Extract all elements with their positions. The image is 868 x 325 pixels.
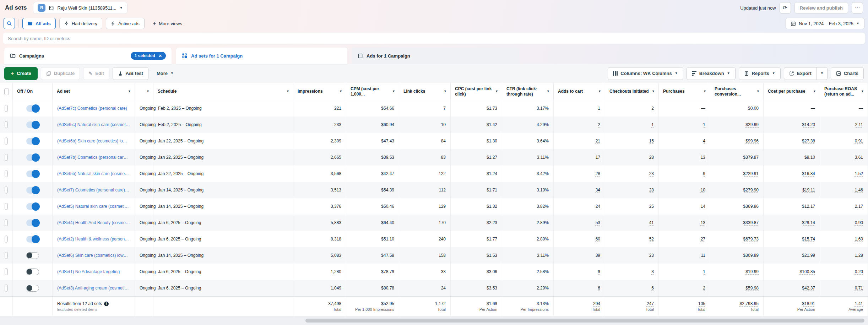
adds-to-cart-cell[interactable]: 24 xyxy=(554,198,605,215)
purchase-roas-cell[interactable]: 1.28 xyxy=(820,247,868,264)
column-menu-caret[interactable]: ▼ xyxy=(598,90,601,93)
create-button[interactable]: + Create xyxy=(4,67,38,80)
conversion-value-cell[interactable]: $29.99 xyxy=(710,117,764,133)
off-on-toggle[interactable] xyxy=(26,236,39,243)
select-all-checkbox[interactable] xyxy=(4,88,9,95)
purchase-roas-cell[interactable]: 3.61 xyxy=(820,149,868,166)
purchases-cell[interactable]: 1 xyxy=(659,264,710,280)
total-checkouts[interactable]: 247Total xyxy=(605,297,659,316)
adds-to-cart-cell[interactable]: 28 xyxy=(554,166,605,182)
ad-set-name-link[interactable]: (AdSet3) Anti-aging cream (cosmetics) xyxy=(57,286,130,291)
row-checkbox[interactable] xyxy=(5,252,8,259)
purchase-roas-cell[interactable]: 1.60 xyxy=(820,231,868,247)
purchase-roas-cell[interactable]: 1.46 xyxy=(820,182,868,198)
duplicate-button[interactable]: Duplicate xyxy=(41,67,80,80)
purchase-roas-cell[interactable]: — xyxy=(820,100,868,117)
ad-set-name-link[interactable]: (AdSet7) Cosmetics (personal care) lower… xyxy=(57,188,130,193)
adds-to-cart-cell[interactable]: 39 xyxy=(554,247,605,264)
tab-ad-sets[interactable]: Ad sets for 1 Campaign xyxy=(176,48,347,64)
column-menu-caret[interactable]: ▼ xyxy=(286,90,289,93)
cost-per-purchase-cell[interactable]: $42.37 xyxy=(764,280,820,296)
ad-set-name-link[interactable]: (AdSet7b) Cosmetics (personal care) lowe… xyxy=(57,155,130,160)
row-checkbox[interactable] xyxy=(5,235,8,243)
adds-to-cart-cell[interactable]: 9 xyxy=(554,264,605,280)
column-menu-caret[interactable]: ▼ xyxy=(861,90,864,93)
purchases-cell[interactable]: 11 xyxy=(659,247,710,264)
conversion-value-cell[interactable]: $229.91 xyxy=(710,166,764,182)
cost-per-purchase-cell[interactable]: $100.85 xyxy=(764,264,820,280)
purchases-cell[interactable]: 27 xyxy=(659,231,710,247)
ad-set-name-link[interactable]: (AdSet1) No Advantage targeting xyxy=(57,269,120,274)
tab-campaigns[interactable]: Campaigns 1 selected ✕ xyxy=(4,48,172,64)
purchases-cell[interactable]: 1 xyxy=(659,117,710,133)
off-on-toggle[interactable] xyxy=(26,138,39,145)
cost-per-purchase-cell[interactable]: $15.74 xyxy=(764,231,820,247)
account-selector[interactable]: R Reju Well Skin (113589511... ▼ xyxy=(33,2,127,14)
column-menu-caret[interactable]: ▼ xyxy=(703,90,706,93)
off-on-toggle[interactable] xyxy=(26,269,39,275)
column-menu-caret[interactable]: ▼ xyxy=(756,90,760,93)
ab-test-button[interactable]: A/B test xyxy=(113,67,148,80)
more-actions-button[interactable]: More ▼ xyxy=(152,67,179,80)
purchases-cell[interactable]: 4 xyxy=(659,133,710,149)
adds-to-cart-cell[interactable]: 1 xyxy=(554,100,605,117)
charts-button[interactable]: Charts xyxy=(831,67,864,80)
purchase-roas-cell[interactable]: 0.71 xyxy=(820,280,868,296)
checkouts-initiated-cell[interactable]: 25 xyxy=(605,198,659,215)
adds-to-cart-cell[interactable]: 60 xyxy=(554,231,605,247)
purchase-roas-cell[interactable]: 2.11 xyxy=(820,117,868,133)
off-on-toggle[interactable] xyxy=(26,170,39,177)
ad-set-name-link[interactable]: (AdSet2) Health & wellness (personal car… xyxy=(57,237,130,242)
ad-set-name-link[interactable]: (AdSet5b) Natural skin care (cosmetics) … xyxy=(57,171,130,176)
off-on-toggle[interactable] xyxy=(26,285,39,292)
conversion-value-cell[interactable]: $679.73 xyxy=(710,231,764,247)
export-options-button[interactable]: ▼ xyxy=(817,67,828,80)
tab-ads[interactable]: Ads for 1 Campaign xyxy=(352,48,519,64)
selected-count-badge[interactable]: 1 selected ✕ xyxy=(131,52,166,60)
off-on-toggle[interactable] xyxy=(26,203,39,210)
row-checkbox[interactable] xyxy=(5,137,8,145)
ad-set-name-link[interactable]: (AdSet5c) Natural skin care (cosmetics) xyxy=(57,122,130,127)
filter-active-ads[interactable]: Active ads xyxy=(106,18,145,29)
purchases-cell[interactable]: 9 xyxy=(659,166,710,182)
cost-per-purchase-cell[interactable]: $8.10 xyxy=(764,149,820,166)
conversion-value-cell[interactable]: $59.98 xyxy=(710,280,764,296)
purchases-cell[interactable]: 10 xyxy=(659,182,710,198)
review-publish-button[interactable]: Review and publish xyxy=(794,2,848,13)
cost-per-purchase-cell[interactable]: $27.38 xyxy=(764,133,820,149)
cost-per-purchase-cell[interactable]: $12.17 xyxy=(764,198,820,215)
total-purchases[interactable]: 105Total xyxy=(659,297,710,316)
filter-had-delivery[interactable]: Had delivery xyxy=(59,18,102,29)
purchases-cell[interactable]: 2 xyxy=(659,280,710,296)
column-menu-caret[interactable]: ▼ xyxy=(339,90,342,93)
total-adds-to-cart[interactable]: 294Total xyxy=(554,297,605,316)
edit-button[interactable]: ✎ Edit xyxy=(83,67,109,80)
purchase-roas-cell[interactable]: 2.17 xyxy=(820,198,868,215)
row-checkbox[interactable] xyxy=(5,268,8,275)
checkouts-initiated-cell[interactable]: 23 xyxy=(605,166,659,182)
row-checkbox[interactable] xyxy=(5,105,8,112)
conversion-value-cell[interactable]: $339.87 xyxy=(710,215,764,231)
column-menu-caret[interactable]: ▼ xyxy=(392,90,395,93)
adds-to-cart-cell[interactable]: 21 xyxy=(554,133,605,149)
checkouts-initiated-cell[interactable]: 28 xyxy=(605,149,659,166)
adds-to-cart-cell[interactable]: 17 xyxy=(554,149,605,166)
row-checkbox[interactable] xyxy=(5,186,8,194)
row-checkbox[interactable] xyxy=(5,121,8,128)
conversion-value-cell[interactable]: $309.89 xyxy=(710,247,764,264)
info-icon[interactable]: i xyxy=(104,302,109,306)
purchase-roas-cell[interactable]: 0.20 xyxy=(820,264,868,280)
checkouts-initiated-cell[interactable]: 1 xyxy=(605,117,659,133)
off-on-toggle[interactable] xyxy=(26,187,39,194)
conversion-value-cell[interactable]: $379.87 xyxy=(710,149,764,166)
ad-set-name-link[interactable]: (AdSet6b) Skin care (cosmetics) lowered … xyxy=(57,139,130,143)
reports-button[interactable]: Reports ▼ xyxy=(739,67,781,80)
adds-to-cart-cell[interactable]: 6 xyxy=(554,280,605,296)
checkouts-initiated-cell[interactable]: 15 xyxy=(605,133,659,149)
checkouts-initiated-cell[interactable]: 28 xyxy=(605,182,659,198)
cost-per-purchase-cell[interactable]: $14.20 xyxy=(764,117,820,133)
filter-all-ads[interactable]: All ads xyxy=(22,18,56,29)
ad-set-name-link[interactable]: (AdSet5) Natural skin care (cosmetics) r… xyxy=(57,204,130,209)
checkouts-initiated-cell[interactable]: 41 xyxy=(605,215,659,231)
cost-per-purchase-cell[interactable]: $29.14 xyxy=(764,215,820,231)
